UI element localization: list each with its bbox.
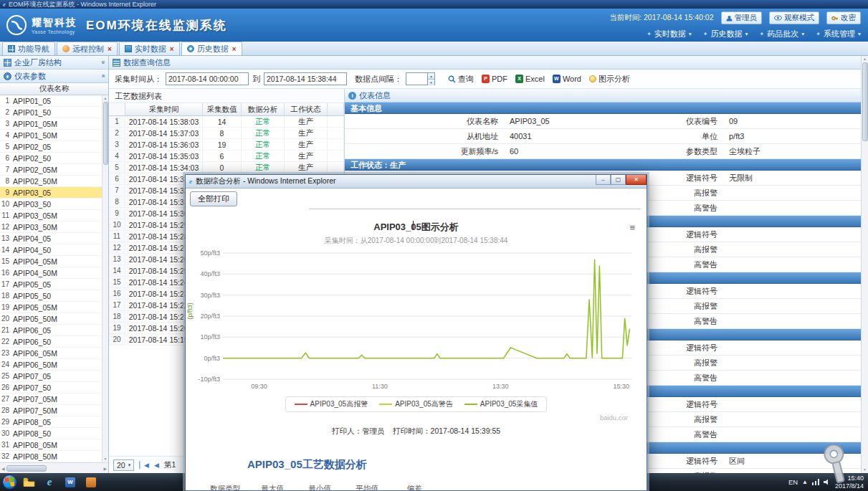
menu-item[interactable]: ✦实时数据▾	[647, 29, 692, 39]
scroll-left-icon[interactable]: ◀	[1, 466, 5, 471]
basic-info-header: 基本信息	[345, 103, 861, 114]
tab-历史数据[interactable]: 历史数据×	[181, 42, 242, 55]
list-item[interactable]: 6APIP02_50	[0, 153, 102, 164]
list-item[interactable]: 18APIP05_50	[0, 290, 102, 302]
scroll-up-icon[interactable]: ▲	[863, 56, 867, 62]
list-item[interactable]: 12APIP03_50M	[0, 221, 102, 233]
prev-page-button[interactable]: ◀	[154, 462, 159, 469]
menu-item[interactable]: ✦系统管理▾	[816, 29, 861, 39]
list-item[interactable]: 3APIP01_05M	[0, 118, 102, 130]
table-row[interactable]: 22017-08-14 15:37:038正常生产	[109, 128, 344, 139]
list-item[interactable]: 26APIP07_50	[0, 382, 102, 394]
scroll-right-icon[interactable]: ▶	[103, 466, 107, 471]
scroll-up-icon[interactable]: ▲	[104, 95, 108, 102]
table-row[interactable]: 12017-08-14 15:38:0314正常生产	[109, 116, 344, 128]
minimize-button[interactable]: –	[596, 175, 611, 185]
list-item[interactable]: 29APIP08_05	[0, 416, 102, 428]
list-item[interactable]: 7APIP02_05M	[0, 164, 102, 176]
list-item[interactable]: 14APIP04_50	[0, 244, 102, 256]
search-button[interactable]: 查询	[446, 74, 476, 85]
table-row[interactable]: 32017-08-14 15:36:0319正常生产	[109, 139, 344, 151]
list-item[interactable]: 11APIP03_05M	[0, 210, 102, 221]
to-datetime-input[interactable]	[264, 72, 347, 85]
list-item[interactable]: 24APIP06_50M	[0, 359, 102, 371]
legend-item[interactable]: APIP03_05高警告	[379, 399, 453, 409]
list-item[interactable]: 22APIP06_50	[0, 336, 102, 348]
close-icon[interactable]: ×	[170, 45, 174, 53]
close-icon[interactable]: ×	[232, 45, 237, 53]
table-row[interactable]: 42017-08-14 15:35:036正常生产	[109, 151, 344, 162]
export-excel-button[interactable]: X Excel	[513, 75, 547, 83]
list-item[interactable]: 21APIP06_05	[0, 325, 102, 336]
tab-实时数据[interactable]: 实时数据×	[119, 42, 180, 55]
tab-远程控制[interactable]: 远程控制×	[57, 42, 118, 55]
change-password-button[interactable]: 改密	[826, 11, 861, 24]
menu-item[interactable]: ✦药品批次▾	[760, 29, 805, 39]
close-button[interactable]: ✕	[626, 175, 647, 185]
legend-item[interactable]: APIP03_05高报警	[295, 399, 368, 409]
from-datetime-input[interactable]	[166, 72, 249, 85]
list-item[interactable]: 9APIP03_05	[0, 187, 102, 199]
tab-功能导航[interactable]: 功能导航	[2, 42, 55, 55]
spin-up-icon[interactable]: ▴	[428, 73, 434, 80]
list-item[interactable]: 17APIP05_05	[0, 279, 102, 290]
popup-titlebar[interactable]: e 数据综合分析 - Windows Internet Explorer – ▢…	[186, 175, 647, 189]
list-item[interactable]: 8APIP02_50M	[0, 176, 102, 187]
list-item[interactable]: 27APIP07_05M	[0, 394, 102, 405]
list-item[interactable]: 4APIP01_50M	[0, 130, 102, 141]
list-item[interactable]: 1APIP01_05	[0, 95, 102, 107]
list-item[interactable]: 19APIP05_05M	[0, 302, 102, 313]
panel-params-header[interactable]: 仪表参数 »	[0, 70, 108, 83]
page-size-select[interactable]: 20 ▾	[113, 459, 134, 471]
legend-item[interactable]: APIP03_05采集值	[464, 399, 538, 409]
interval-input[interactable]	[406, 72, 427, 85]
export-pdf-button[interactable]: P PDF	[480, 75, 510, 83]
scrollbar-thumb[interactable]	[862, 62, 868, 141]
list-item[interactable]: 5APIP02_05	[0, 141, 102, 153]
language-indicator[interactable]: EN	[788, 478, 798, 486]
table-row[interactable]: 52017-08-14 15:34:030正常生产	[109, 162, 344, 173]
export-word-button[interactable]: W Word	[550, 75, 583, 83]
panel-structure-header[interactable]: 企业厂房结构 »	[0, 56, 108, 70]
chevron-double-down-icon[interactable]: »	[99, 60, 106, 64]
close-icon[interactable]: ×	[108, 45, 112, 53]
spin-down-icon[interactable]: ▾	[428, 80, 434, 85]
chevron-double-up-icon[interactable]: »	[99, 74, 106, 77]
stepper-buttons[interactable]: ▴▾	[427, 72, 435, 85]
list-scrollbar[interactable]: ▲ ▼	[102, 95, 108, 462]
list-item[interactable]: 13APIP04_05	[0, 233, 102, 244]
list-item[interactable]: 20APIP05_50M	[0, 313, 102, 325]
network-icon[interactable]	[812, 479, 819, 485]
ie-taskbar-button[interactable]: e	[40, 475, 59, 490]
chart-menu-icon[interactable]: ≡	[629, 222, 635, 233]
first-page-button[interactable]: ▏◀	[139, 462, 149, 469]
observe-mode-button[interactable]: 观察模式	[769, 11, 819, 24]
admin-button[interactable]: 管理员	[721, 11, 763, 24]
list-item[interactable]: 31APIP08_05M	[0, 439, 102, 451]
scrollbar-thumb[interactable]	[103, 102, 108, 165]
app-taskbar-button[interactable]	[82, 475, 100, 490]
list-item[interactable]: 28APIP07_50M	[0, 405, 102, 416]
maximize-button[interactable]: ▢	[611, 175, 626, 185]
tray-expand-icon[interactable]: ▲	[802, 479, 808, 485]
list-item[interactable]: 10APIP03_50	[0, 199, 102, 210]
list-item[interactable]: 30APIP08_50	[0, 428, 102, 439]
horizontal-scrollbar[interactable]: ◀ ▶	[0, 462, 108, 473]
scroll-down-icon[interactable]: ▼	[863, 467, 867, 473]
list-item[interactable]: 2APIP01_50	[0, 107, 102, 118]
print-all-button[interactable]: 全部打印	[190, 191, 237, 206]
scrollbar-thumb[interactable]	[6, 465, 47, 472]
list-item[interactable]: 32APIP08_50M	[0, 451, 102, 462]
list-item[interactable]: 15APIP04_05M	[0, 256, 102, 267]
page-scrollbar[interactable]: ▲ ▼	[861, 56, 868, 473]
word-taskbar-button[interactable]: W	[61, 475, 80, 490]
start-button[interactable]	[2, 475, 17, 490]
list-item[interactable]: 25APIP07_05	[0, 371, 102, 382]
explorer-taskbar-button[interactable]	[19, 475, 38, 490]
list-item[interactable]: 23APIP06_05M	[0, 348, 102, 359]
menu-item[interactable]: ✦历史数据▾	[703, 29, 748, 39]
chart-analysis-button[interactable]: 图示分析	[587, 74, 632, 85]
list-item[interactable]: 16APIP04_50M	[0, 267, 102, 279]
scroll-down-icon[interactable]: ▼	[104, 456, 108, 462]
interval-stepper[interactable]: ▴▾	[406, 72, 435, 85]
